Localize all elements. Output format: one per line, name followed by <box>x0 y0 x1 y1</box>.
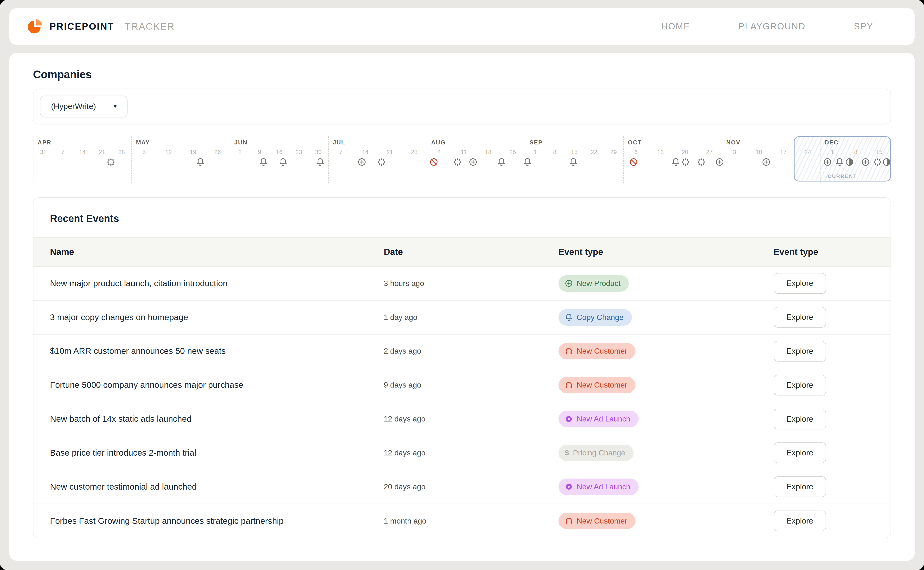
event-type-badge: New Ad Launch <box>558 411 639 427</box>
bell-icon[interactable] <box>196 158 205 166</box>
timeline-week-label: 9 <box>250 149 269 155</box>
event-type-badge: New Ad Launch <box>558 478 639 495</box>
main-nav: HOME PLAYGROUND SPY <box>661 21 897 32</box>
explore-button[interactable]: Explore <box>774 273 826 294</box>
headphones-icon <box>565 517 573 525</box>
burst-icon[interactable] <box>453 158 462 166</box>
timeline-week-label: 14 <box>73 149 92 155</box>
burst-icon[interactable] <box>107 158 115 166</box>
company-dropdown-value: (HyperWrite) <box>51 102 96 111</box>
timeline-week-label: 5 <box>132 149 156 155</box>
timeline-month-jul: JUL 7 14 21 28 <box>328 136 427 184</box>
burst-icon[interactable] <box>874 158 882 166</box>
bell-icon[interactable] <box>259 158 268 166</box>
bell-icon[interactable] <box>316 158 324 166</box>
column-header-event-type-2: Event type <box>774 247 874 257</box>
timeline-week-label: 8 <box>844 149 868 155</box>
nav-item-playground[interactable]: PLAYGROUND <box>739 21 806 32</box>
event-name: $10m ARR customer announces 50 new seats <box>50 346 384 356</box>
timeline-month-label: AUG <box>431 139 525 146</box>
plus-circle-icon[interactable] <box>861 158 870 166</box>
brand: PRICEPOINT TRACKER <box>27 19 175 34</box>
explore-button[interactable]: Explore <box>774 409 826 429</box>
timeline-week-label: 25 <box>500 149 525 155</box>
timeline-week-label: 7 <box>53 149 73 155</box>
bell-icon[interactable] <box>569 158 577 166</box>
event-date: 2 days ago <box>384 346 558 355</box>
half-circle-icon[interactable] <box>845 158 854 166</box>
timeline-week-label: 18 <box>476 149 500 155</box>
timeline-week-label: 26 <box>205 149 230 155</box>
ban-icon[interactable] <box>629 158 638 166</box>
explore-button[interactable]: Explore <box>774 375 826 395</box>
event-name: Fortune 5000 company announces major pur… <box>50 380 384 390</box>
bell-icon[interactable] <box>497 158 506 166</box>
company-dropdown[interactable]: (HyperWrite) ▼ <box>40 95 127 118</box>
dot-icon <box>565 483 573 490</box>
event-name: Forbes Fast Growing Startup announces st… <box>50 516 384 526</box>
explore-button[interactable]: Explore <box>774 443 826 463</box>
timeline-month-sep: SEP 1 8 15 22 29 <box>525 136 623 184</box>
timeline-week-label: 15 <box>564 149 584 155</box>
nav-item-home[interactable]: HOME <box>661 21 690 32</box>
ban-icon[interactable] <box>430 158 438 166</box>
timeline-month-label: DEC <box>825 139 891 146</box>
recent-events-title: Recent Events <box>34 198 890 237</box>
event-name: New major product launch, citation intro… <box>50 279 384 288</box>
bell-icon[interactable] <box>279 158 287 166</box>
event-date: 1 month ago <box>384 516 558 526</box>
timeline: CURRENT APR 31 7 14 21 28 MAY 5 12 19 26 <box>33 136 891 184</box>
explore-button[interactable]: Explore <box>774 307 826 328</box>
nav-item-spy[interactable]: SPY <box>854 21 874 32</box>
timeline-month-aug: AUG 4 11 18 25 <box>427 136 525 184</box>
timeline-week-label: 15 <box>867 149 891 155</box>
timeline-week-label: 31 <box>34 149 53 155</box>
event-type-badge: $Pricing Change <box>558 444 633 461</box>
recent-events-card: Recent Events Name Date Event type Event… <box>33 198 891 538</box>
event-type-badge: Copy Change <box>558 309 632 326</box>
table-row: New customer testimonial ad launched 20 … <box>34 470 890 504</box>
event-type-badge: New Customer <box>558 377 636 393</box>
table-row: New major product launch, citation intro… <box>34 267 890 301</box>
table-row: 3 major copy changes on homepage 1 day a… <box>34 301 890 335</box>
brand-name-secondary: TRACKER <box>125 21 175 32</box>
explore-button[interactable]: Explore <box>774 477 826 497</box>
event-date: 20 days ago <box>384 483 558 491</box>
timeline-week-label: 16 <box>269 149 289 155</box>
explore-button[interactable]: Explore <box>774 510 826 531</box>
timeline-week-label: 10 <box>747 149 771 155</box>
timeline-week-label: 14 <box>353 149 378 155</box>
bell-icon[interactable] <box>835 158 844 166</box>
plus-circle-icon[interactable] <box>469 158 477 166</box>
timeline-month-label: JUN <box>234 139 328 146</box>
timeline-week-label: 24 <box>795 149 820 155</box>
main-card: Companies (HyperWrite) ▼ CURRENT APR 31 … <box>9 53 915 561</box>
plus-circle-icon[interactable] <box>823 158 832 166</box>
table-row: $10m ARR customer announces 50 new seats… <box>34 335 890 369</box>
explore-button[interactable]: Explore <box>774 341 826 362</box>
timeline-week-label: 28 <box>112 149 132 155</box>
timeline-week-label: 30 <box>309 149 328 155</box>
timeline-month-dec: DEC 1 8 15 <box>820 136 891 184</box>
timeline-week-label: 4 <box>427 149 452 155</box>
plus-circle-icon[interactable] <box>762 158 770 166</box>
event-name: Base price tier introduces 2-month trial <box>50 448 384 458</box>
burst-icon[interactable] <box>697 158 705 166</box>
bell-icon[interactable] <box>523 158 531 166</box>
headphones-icon <box>565 347 573 355</box>
timeline-week-label: 22 <box>584 149 604 155</box>
half-circle-icon[interactable] <box>883 158 891 166</box>
plus-circle-icon[interactable] <box>358 158 366 166</box>
burst-icon[interactable] <box>681 158 689 166</box>
event-date: 9 days ago <box>384 380 558 389</box>
burst-icon[interactable] <box>377 158 386 166</box>
timeline-month-label: NOV <box>726 139 820 146</box>
event-type-badge: New Customer <box>558 343 636 360</box>
table-row: Base price tier introduces 2-month trial… <box>34 436 890 470</box>
timeline-month-label: JUL <box>333 139 427 146</box>
table-header-row: Name Date Event type Event type <box>34 237 890 267</box>
bell-icon[interactable] <box>672 158 680 166</box>
timeline-week-label: 19 <box>181 149 205 155</box>
timeline-week-label: 11 <box>451 149 476 155</box>
timeline-week-label: 2 <box>230 149 250 155</box>
